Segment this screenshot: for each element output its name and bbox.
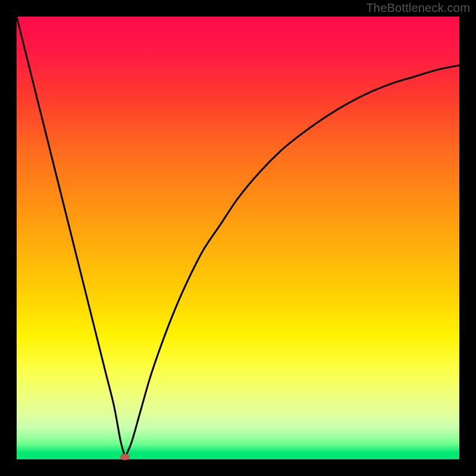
chart-frame: TheBottleneck.com xyxy=(0,0,476,476)
plot-area xyxy=(17,17,459,459)
watermark-text: TheBottleneck.com xyxy=(366,1,470,15)
chart-svg xyxy=(17,17,459,459)
minimum-marker xyxy=(120,454,130,460)
